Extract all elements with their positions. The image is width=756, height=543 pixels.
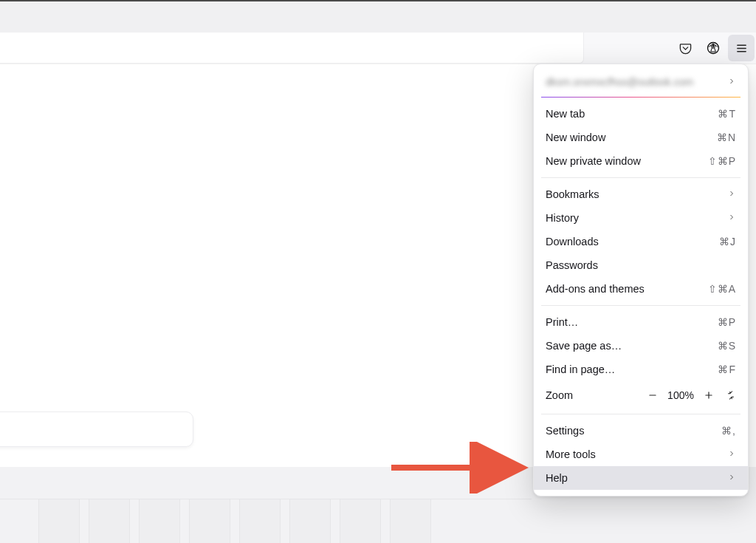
chevron-right-icon bbox=[727, 472, 736, 484]
menu-separator bbox=[541, 414, 740, 414]
fullscreen-icon bbox=[726, 390, 736, 400]
label: New window bbox=[546, 132, 605, 143]
label: New tab bbox=[546, 108, 585, 120]
chevron-right-icon bbox=[727, 76, 736, 88]
hamburger-menu-button[interactable] bbox=[728, 35, 755, 61]
menu-item-new-window[interactable]: New window ⌘N bbox=[534, 126, 748, 149]
chevron-right-icon bbox=[727, 212, 736, 224]
menu-item-find-in-page[interactable]: Find in page… ⌘F bbox=[534, 358, 748, 381]
shortcut: ⌘S bbox=[718, 340, 736, 352]
soccer-ball-icon bbox=[706, 41, 721, 55]
menu-item-passwords[interactable]: Passwords bbox=[534, 253, 748, 277]
menu-item-bookmarks[interactable]: Bookmarks bbox=[534, 182, 748, 206]
shortcut: ⌘N bbox=[717, 132, 736, 143]
zoom-value: 100% bbox=[665, 389, 696, 401]
label: Downloads bbox=[546, 236, 599, 247]
label: Add-ons and themes bbox=[546, 283, 645, 295]
minus-icon bbox=[647, 390, 658, 400]
label: Find in page… bbox=[546, 363, 615, 375]
menu-item-addons[interactable]: Add-ons and themes ⇧⌘A bbox=[534, 277, 748, 301]
browser-toolbar bbox=[0, 33, 756, 64]
shortcut: ⌘J bbox=[719, 236, 736, 247]
toolbar-icons bbox=[672, 33, 756, 64]
label: Settings bbox=[546, 425, 584, 437]
menu-item-more-tools[interactable]: More tools bbox=[534, 443, 748, 466]
shortcut: ⇧⌘A bbox=[708, 283, 736, 295]
shortcut: ⌘T bbox=[718, 108, 736, 120]
shortcut: ⇧⌘P bbox=[708, 155, 736, 167]
zoom-out-button[interactable] bbox=[643, 386, 662, 405]
menu-item-help[interactable]: Help bbox=[534, 466, 748, 490]
account-button[interactable] bbox=[700, 35, 726, 61]
plus-icon bbox=[704, 390, 714, 400]
menu-item-downloads[interactable]: Downloads ⌘J bbox=[534, 230, 748, 253]
label: More tools bbox=[546, 448, 596, 460]
label: Print… bbox=[546, 316, 578, 328]
address-bar-region[interactable] bbox=[0, 33, 584, 64]
menu-separator bbox=[541, 177, 740, 178]
menu-item-history[interactable]: History bbox=[534, 206, 748, 230]
menu-item-print[interactable]: Print… ⌘P bbox=[534, 310, 748, 334]
fullscreen-button[interactable] bbox=[721, 386, 740, 405]
menu-item-settings[interactable]: Settings ⌘, bbox=[534, 419, 748, 443]
shortcut: ⌘, bbox=[721, 425, 736, 437]
label: History bbox=[546, 212, 579, 224]
label: Help bbox=[546, 472, 568, 484]
menu-item-new-tab[interactable]: New tab ⌘T bbox=[534, 102, 748, 126]
label: Passwords bbox=[546, 259, 598, 271]
chevron-right-icon bbox=[727, 188, 736, 200]
browser-window: dksm.snxmxcfhss@outlook.com New tab ⌘T N… bbox=[0, 0, 756, 543]
menu-item-save-page-as[interactable]: Save page as… ⌘S bbox=[534, 334, 748, 358]
account-email: dksm.snxmxcfhss@outlook.com bbox=[546, 76, 693, 88]
application-menu: dksm.snxmxcfhss@outlook.com New tab ⌘T N… bbox=[533, 64, 749, 496]
hamburger-icon bbox=[735, 42, 748, 55]
window-title-bar bbox=[0, 3, 756, 33]
menu-separator bbox=[541, 305, 740, 306]
menu-item-account[interactable]: dksm.snxmxcfhss@outlook.com bbox=[534, 67, 748, 97]
label: Bookmarks bbox=[546, 188, 599, 200]
floating-card bbox=[0, 411, 193, 447]
account-separator bbox=[541, 97, 740, 98]
pocket-button[interactable] bbox=[672, 35, 698, 61]
label: Save page as… bbox=[546, 340, 622, 352]
chevron-right-icon bbox=[727, 448, 736, 460]
label: New private window bbox=[546, 155, 641, 167]
menu-item-new-private-window[interactable]: New private window ⇧⌘P bbox=[534, 149, 748, 173]
label: Zoom bbox=[546, 389, 573, 401]
shortcut: ⌘F bbox=[718, 363, 736, 375]
shortcut: ⌘P bbox=[718, 316, 736, 328]
pocket-icon bbox=[678, 41, 693, 55]
menu-item-zoom: Zoom 100% bbox=[534, 381, 748, 409]
zoom-in-button[interactable] bbox=[699, 386, 718, 405]
